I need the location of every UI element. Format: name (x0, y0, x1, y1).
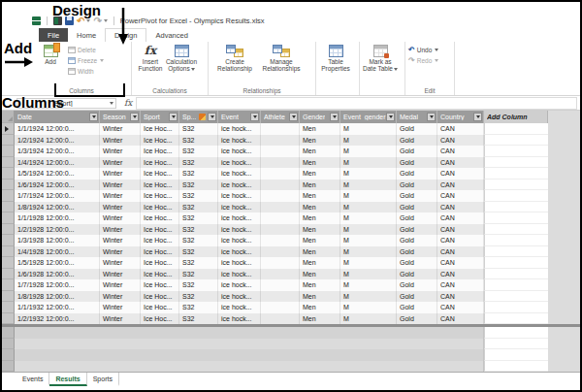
cell-gender[interactable]: Men (300, 269, 340, 280)
column-filter-dropdown-icon[interactable] (289, 113, 298, 121)
cell-season[interactable]: Winter (100, 235, 141, 246)
add-column-cell[interactable] (484, 202, 548, 213)
cell-gender[interactable]: Men (300, 257, 340, 269)
row-header[interactable] (2, 157, 15, 169)
cell-medal[interactable]: Gold (397, 302, 437, 313)
column-header-medal[interactable]: Medal (397, 111, 437, 123)
cell-medal[interactable]: Gold (397, 235, 437, 246)
cell-date[interactable]: 1/2/1928 12:00:0... (15, 224, 100, 236)
cell-sport[interactable]: Ice Hoc... (141, 146, 179, 157)
add-column-cell[interactable] (484, 224, 548, 236)
row-header[interactable] (2, 168, 15, 180)
tab-design[interactable]: Design (105, 28, 146, 42)
cell-event_gender[interactable]: M (340, 235, 397, 246)
cell-event[interactable]: ice hock... (218, 212, 261, 224)
cell-medal[interactable]: Gold (397, 168, 437, 180)
cell-event[interactable]: ice hock... (218, 168, 261, 180)
cell-country[interactable]: CAN (437, 246, 484, 258)
cell-sport[interactable]: Ice Hoc... (141, 235, 179, 246)
cell-event_gender[interactable]: M (340, 202, 397, 213)
cell-sport[interactable]: Ice Hoc... (141, 313, 179, 325)
cell-event_gender[interactable]: M (340, 279, 397, 291)
cell-season[interactable]: Winter (100, 313, 141, 325)
formula-fx-icon[interactable]: fx (124, 98, 132, 108)
cell-event_gender[interactable]: M (340, 190, 397, 202)
cell-country[interactable]: CAN (437, 291, 484, 303)
cell-athlete[interactable] (261, 212, 300, 224)
add-column-cell[interactable] (484, 291, 548, 303)
cell-country[interactable]: CAN (437, 202, 484, 213)
cell-gender[interactable]: Men (300, 279, 340, 291)
row-header[interactable] (2, 327, 15, 339)
cell-sp[interactable]: S32 (179, 157, 218, 169)
cell-sp[interactable]: S32 (179, 313, 218, 325)
sheet-tab-events[interactable]: Events (16, 373, 49, 386)
cell-event_gender[interactable]: M (340, 313, 397, 325)
cell-athlete[interactable] (261, 224, 300, 236)
cell-athlete[interactable] (261, 190, 300, 202)
cell-season[interactable]: Winter (100, 269, 141, 280)
cell-athlete[interactable] (261, 279, 300, 291)
cell-season[interactable]: Winter (100, 157, 141, 169)
cell-sp[interactable]: S32 (179, 291, 218, 303)
column-filter-dropdown-icon[interactable] (330, 113, 339, 121)
add-column-cell[interactable] (484, 257, 548, 269)
cell-athlete[interactable] (261, 123, 300, 135)
row-header[interactable] (2, 190, 15, 202)
row-header[interactable] (2, 246, 15, 258)
cell-gender[interactable]: Men (300, 190, 340, 202)
cell-medal[interactable]: Gold (397, 202, 437, 213)
cell-date[interactable]: 1/4/1924 12:00:0... (15, 157, 100, 169)
cell-date[interactable]: 1/6/1928 12:00:0... (15, 269, 100, 280)
cell-medal[interactable]: Gold (397, 180, 437, 191)
cell-event_gender[interactable]: M (340, 302, 397, 313)
cell-event_gender[interactable]: M (340, 269, 397, 280)
cell-event[interactable]: ice hock... (218, 302, 261, 313)
cell-date[interactable]: 1/4/1928 12:00:0... (15, 246, 100, 258)
cell-gender[interactable]: Men (300, 291, 340, 303)
column-header-gender[interactable]: Gender (300, 111, 340, 123)
cell-athlete[interactable] (261, 291, 300, 303)
cell-event[interactable]: ice hock... (218, 157, 261, 169)
cell-sp[interactable]: S32 (179, 257, 218, 269)
cell-medal[interactable]: Gold (397, 135, 437, 147)
row-header[interactable] (2, 202, 15, 213)
add-column-cell[interactable] (484, 235, 548, 246)
cell-event[interactable]: ice hock... (218, 291, 261, 303)
column-filter-dropdown-icon[interactable] (427, 113, 436, 121)
cell-athlete[interactable] (261, 246, 300, 258)
cell-sport[interactable]: Ice Hoc... (141, 302, 179, 313)
cell-medal[interactable]: Gold (397, 313, 437, 325)
cell-sport[interactable]: Ice Hoc... (141, 135, 179, 147)
column-header-event_gender[interactable]: Event_gender (340, 111, 397, 123)
cell-gender[interactable]: Men (300, 146, 340, 157)
add-column-button[interactable]: Add (35, 44, 66, 65)
cell-gender[interactable]: Men (300, 123, 340, 135)
cell-medal[interactable]: Gold (397, 269, 437, 280)
add-column-cell[interactable] (484, 246, 548, 258)
add-column-cell[interactable] (484, 279, 548, 291)
empty-cells[interactable] (15, 361, 484, 373)
cell-medal[interactable]: Gold (397, 190, 437, 202)
cell-medal[interactable]: Gold (397, 279, 437, 291)
cell-event[interactable]: ice hock... (218, 135, 261, 147)
tab-file[interactable]: File (39, 28, 68, 42)
cell-sp[interactable]: S32 (179, 302, 218, 313)
cell-gender[interactable]: Men (300, 212, 340, 224)
cell-gender[interactable]: Men (300, 313, 340, 325)
cell-country[interactable]: CAN (437, 157, 484, 169)
cell-season[interactable]: Winter (100, 168, 141, 180)
cell-gender[interactable]: Men (300, 180, 340, 191)
cell-gender[interactable]: Men (300, 224, 340, 236)
calculation-options-button[interactable]: Calculation Options (166, 44, 197, 72)
cell-season[interactable]: Winter (100, 135, 141, 147)
tab-home[interactable]: Home (68, 28, 105, 42)
column-filter-dropdown-icon[interactable] (386, 113, 395, 121)
cell-date[interactable]: 1/6/1924 12:00:0... (15, 180, 100, 191)
cell-season[interactable]: Winter (100, 123, 141, 135)
cell-country[interactable]: CAN (437, 235, 484, 246)
manage-relationships-button[interactable]: Manage Relationships (258, 44, 305, 72)
name-box-dropdown-icon[interactable] (110, 102, 113, 105)
column-filter-dropdown-icon[interactable] (169, 113, 178, 121)
cell-country[interactable]: CAN (437, 212, 484, 224)
